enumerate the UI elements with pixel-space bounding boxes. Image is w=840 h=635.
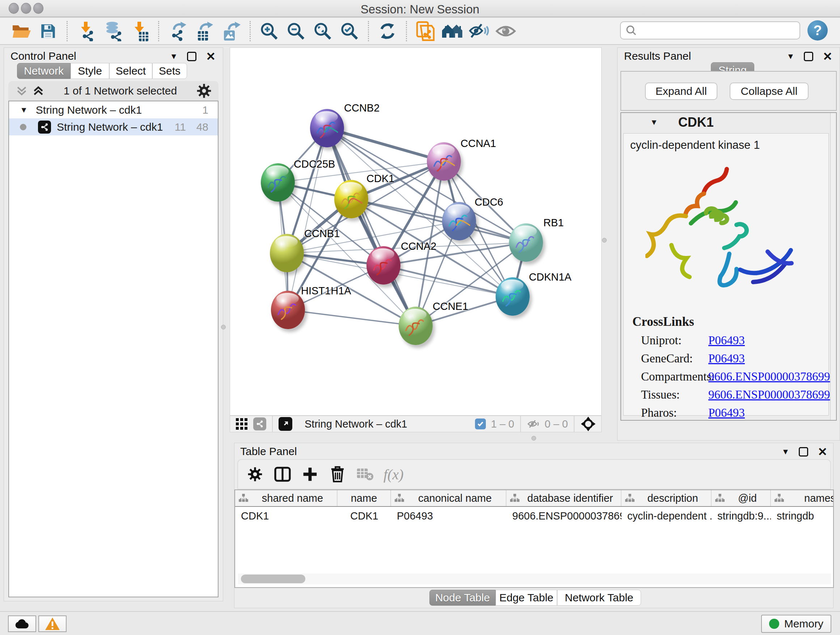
float-panel-icon[interactable] xyxy=(187,52,196,61)
network-node-ccna2[interactable] xyxy=(366,246,401,285)
left-splitter-handle[interactable] xyxy=(221,325,226,329)
table-cell[interactable]: P06493 xyxy=(391,510,507,522)
copy-network-button[interactable] xyxy=(415,21,436,42)
network-node-cdc25b[interactable] xyxy=(261,163,295,202)
help-button[interactable]: ? xyxy=(807,20,828,41)
network-node-ccna1[interactable] xyxy=(427,142,461,181)
tab-network-table[interactable]: Network Table xyxy=(557,590,641,606)
protein-result-box: ▼ CDK1 cyclin-dependent kinase 1 xyxy=(621,112,837,421)
save-session-button[interactable] xyxy=(37,21,59,42)
zoom-out-button[interactable] xyxy=(285,21,307,42)
column-header-namespace[interactable]: namespace xyxy=(771,490,834,506)
export-network-button[interactable] xyxy=(167,21,188,42)
delete-column-trash-icon[interactable] xyxy=(327,464,348,484)
network-node-ccne1[interactable] xyxy=(399,307,433,345)
float-panel-icon[interactable] xyxy=(804,52,813,61)
tab-edge-table[interactable]: Edge Table xyxy=(496,590,557,606)
network-node-cdkn1a[interactable] xyxy=(496,277,530,316)
table-cell[interactable]: stringdb xyxy=(771,510,834,522)
tab-network[interactable]: Network xyxy=(17,63,71,79)
hide-eye-button[interactable] xyxy=(468,21,490,42)
network-view[interactable]: CCNB2CCNA1CDC25BCDK1CDC6RB1CCNB1CCNA2CDK… xyxy=(230,48,602,416)
table-settings-gear-icon[interactable] xyxy=(245,464,265,484)
network-node-ccnb2[interactable] xyxy=(310,109,344,147)
zoom-in-button[interactable] xyxy=(258,21,280,42)
right-splitter-handle[interactable] xyxy=(602,238,607,242)
table-cell[interactable]: CDK1 xyxy=(338,510,391,522)
column-label: shared name xyxy=(248,492,337,504)
zoom-fit-button[interactable] xyxy=(312,21,333,42)
zoom-selected-button[interactable] xyxy=(339,21,360,42)
birds-eye-grid-icon[interactable] xyxy=(235,417,248,431)
crosslink-link[interactable]: P06493 xyxy=(708,334,745,347)
show-columns-icon[interactable] xyxy=(272,464,293,484)
column-header-description[interactable]: description xyxy=(622,490,712,506)
network-row-selected[interactable]: String Network – cdk1 11 48 xyxy=(9,119,218,135)
column-header--id[interactable]: @id xyxy=(712,490,771,506)
selected-checkbox-icon[interactable] xyxy=(475,418,486,429)
column-header-shared-name[interactable]: shared name xyxy=(235,490,338,506)
expand-all-icon[interactable] xyxy=(32,85,44,97)
table-row[interactable]: CDK1CDK1P064939606.ENSP00000378699cyclin… xyxy=(235,507,833,525)
tab-style[interactable]: Style xyxy=(71,63,109,79)
crosslink-row: GeneCard:P06493 xyxy=(632,352,830,365)
panel-menu-icon[interactable]: ▼ xyxy=(170,52,178,61)
import-table-button[interactable] xyxy=(129,21,150,42)
close-panel-icon[interactable]: ✕ xyxy=(206,51,216,62)
open-in-new-window-icon[interactable] xyxy=(279,417,292,431)
network-node-cdc6[interactable] xyxy=(442,202,476,241)
import-network-button[interactable] xyxy=(75,21,97,42)
cloud-button[interactable] xyxy=(8,616,36,632)
table-cell[interactable]: 9606.ENSP00000378699 xyxy=(507,510,622,522)
hidden-node-edge-counts: 0 – 0 xyxy=(545,418,568,430)
protein-name: CDK1 xyxy=(678,115,714,130)
open-session-button[interactable] xyxy=(11,21,32,42)
collapse-triangle-icon[interactable]: ▼ xyxy=(650,118,658,127)
add-column-plus-icon[interactable] xyxy=(300,464,321,484)
network-view-toolbar: String Network – cdk1 1 – 0 0 – 0 xyxy=(230,416,602,432)
column-header-name[interactable]: name xyxy=(338,490,391,506)
export-table-button[interactable] xyxy=(194,21,215,42)
homes-button[interactable] xyxy=(441,21,463,42)
collapse-all-button[interactable]: Collapse All xyxy=(729,82,808,100)
string-badge-icon[interactable] xyxy=(253,417,266,431)
close-panel-icon[interactable]: ✕ xyxy=(823,51,832,62)
export-image-button[interactable] xyxy=(220,21,242,42)
tab-select[interactable]: Select xyxy=(109,63,152,79)
network-node-rb1[interactable] xyxy=(509,223,543,262)
show-eye-button[interactable] xyxy=(495,21,516,42)
panel-menu-icon[interactable]: ▼ xyxy=(782,447,789,456)
search-input[interactable] xyxy=(638,25,793,36)
crosslink-link[interactable]: P06493 xyxy=(708,406,745,420)
network-node-ccnb1[interactable] xyxy=(270,234,304,272)
column-header-canonical-name[interactable]: canonical name xyxy=(391,490,507,506)
refresh-button[interactable] xyxy=(377,21,398,42)
gear-icon[interactable] xyxy=(196,83,212,99)
float-panel-icon[interactable] xyxy=(799,447,808,456)
tab-node-table[interactable]: Node Table xyxy=(429,590,496,606)
import-database-button[interactable] xyxy=(102,21,124,42)
collapse-all-icon[interactable] xyxy=(16,85,28,97)
network-collection-row[interactable]: ▼ String Network – cdk1 1 xyxy=(9,101,218,119)
close-panel-icon[interactable]: ✕ xyxy=(818,446,827,458)
warnings-button[interactable] xyxy=(38,616,66,632)
scrollbar-thumb[interactable] xyxy=(241,575,305,583)
table-cell[interactable]: CDK1 xyxy=(235,510,338,522)
panel-menu-icon[interactable]: ▼ xyxy=(786,52,794,61)
fit-content-crosshair-icon[interactable] xyxy=(580,416,596,432)
bottom-splitter-handle[interactable] xyxy=(531,436,536,440)
results-scrollbar[interactable] xyxy=(830,113,836,420)
column-header-database-identifier[interactable]: database identifier xyxy=(507,490,622,506)
table-cell[interactable]: stringdb:9... xyxy=(712,510,771,522)
crosslink-link[interactable]: 9606.ENSP00000378699 xyxy=(708,370,830,383)
memory-button[interactable]: Memory xyxy=(761,615,831,633)
collapse-triangle-icon[interactable]: ▼ xyxy=(20,105,28,115)
crosslink-link[interactable]: P06493 xyxy=(708,352,745,365)
table-cell[interactable]: cyclin-dependent ... xyxy=(622,510,712,522)
crosslink-link[interactable]: 9606.ENSP00000378699 xyxy=(708,388,830,402)
network-node-cdk1[interactable] xyxy=(334,180,368,218)
tab-sets[interactable]: Sets xyxy=(152,63,187,79)
expand-all-button[interactable]: Expand All xyxy=(645,82,717,100)
network-edges xyxy=(230,48,602,416)
network-node-hist1h1a[interactable] xyxy=(271,291,305,329)
